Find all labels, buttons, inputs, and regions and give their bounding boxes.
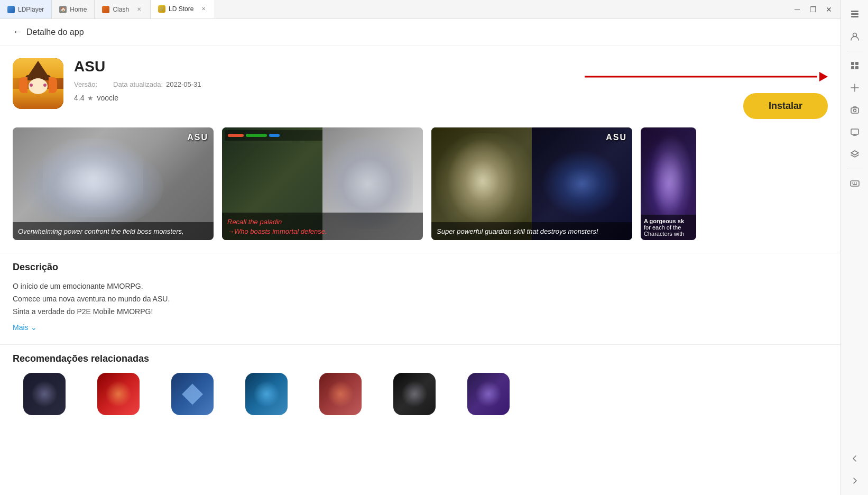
more-button[interactable]: Mais ⌄ [13,323,828,332]
sidebar-button-6[interactable] [845,122,865,142]
sidebar-button-forward[interactable] [845,471,865,491]
recommendations-title: Recomendações relacionadas [13,353,828,364]
asu-logo-ss3: ASU [606,133,627,142]
app-details: ASU Versão: Data atualizada: 2022-05-31 … [74,58,574,102]
svg-rect-8 [851,108,858,113]
app-rating: 4.4 ★ voocle [74,94,574,102]
svg-rect-15 [853,184,857,185]
screenshot-3[interactable]: ASU Super powerful guardian skill that d… [431,127,632,240]
tab-ldplayer[interactable]: LDPlayer [0,0,52,19]
recommendations-scroll [13,373,828,419]
screenshot-2[interactable]: Recall the paladin →Who boasts immortal … [222,127,423,240]
rec-icon-7 [467,373,510,415]
desc-line-1: O início de um emocionante MMORPG. [13,280,828,293]
chevron-down-icon: ⌄ [31,323,37,332]
date-label: Data atualizada: [113,80,163,88]
more-label: Mais [13,323,29,332]
back-arrow-icon: ← [13,26,22,38]
svg-rect-13 [854,182,855,184]
sync-icon [850,10,860,19]
top-navigation: ← Detalhe do app [0,19,841,45]
rec-item-2[interactable] [87,373,150,419]
screenshot-2-caption: Recall the paladin →Who boasts immortal … [222,213,423,240]
tab-ldstore[interactable]: 🛒 LD Store ✕ [151,0,215,19]
title-bar: LDPlayer 🏠 Home Clash ✕ 🛒 LD Store ✕ ─ ❐ [0,0,841,19]
svg-rect-2 [851,16,858,17]
sidebar-button-4[interactable] [845,78,865,98]
keyboard-icon [850,179,860,188]
screenshot-4-caption: A gorgeous sk for each of the Characters… [641,215,696,240]
svg-rect-5 [855,62,858,65]
close-button[interactable]: ✕ [821,2,836,17]
description-body: O início de um emocionante MMORPG. Comec… [13,280,828,318]
svg-point-9 [853,109,856,112]
svg-rect-12 [852,182,853,184]
minimize-button[interactable]: ─ [790,2,805,17]
screenshots-scroll: ASU Overwhelming power confront the fiel… [13,127,828,240]
tab-home-label: Home [70,6,87,13]
rating-value: 4.4 [74,94,84,102]
clash-icon [102,6,109,13]
rec-item-7[interactable] [457,373,520,419]
rec-item-3[interactable] [161,373,224,419]
page-title: Detalhe do app [26,28,84,37]
rec-item-1[interactable] [13,373,76,419]
sidebar-divider-2 [847,169,863,169]
app-meta: Versão: Data atualizada: 2022-05-31 [74,80,574,88]
screenshot-4[interactable]: A gorgeous sk for each of the Characters… [641,127,696,240]
sidebar-button-3[interactable] [845,56,865,76]
rec-item-6[interactable] [383,373,446,419]
sidebar-button-5[interactable] [845,100,865,120]
sidebar-button-2[interactable] [845,26,865,47]
app-name: ASU [74,58,574,75]
arrow-annotation [585,69,828,85]
install-button[interactable]: Instalar [743,93,828,119]
asu-logo-ss1: ASU [187,133,208,142]
ldplayer-icon [7,6,15,13]
svg-rect-4 [851,62,854,65]
svg-rect-14 [856,182,857,184]
version-label: Versão: [74,80,97,88]
tab-clash[interactable]: Clash ✕ [95,0,151,19]
forward-nav-icon [850,476,860,485]
camera-icon [850,105,860,115]
tab-clash-close[interactable]: ✕ [135,6,143,13]
expand-icon [850,83,860,93]
publisher-name: voocle [97,94,118,102]
screenshot-3-caption: Super powerful guardian skill that destr… [431,222,632,240]
rec-icon-6 [393,373,436,415]
home-icon: 🏠 [59,6,67,13]
right-sidebar [841,0,868,495]
rec-item-5[interactable] [309,373,372,419]
sidebar-button-1[interactable] [845,4,865,24]
app-info-section: ASU Versão: Data atualizada: 2022-05-31 … [0,45,841,127]
svg-rect-11 [851,181,859,186]
rec-icon-4 [245,373,288,415]
sidebar-button-7[interactable] [845,144,865,164]
recommendations-section: Recomendações relacionadas [0,344,841,432]
tab-clash-label: Clash [113,6,129,13]
svg-rect-6 [851,66,854,69]
svg-rect-1 [851,13,858,15]
tab-ldstore-close[interactable]: ✕ [200,5,207,13]
arrow-head [819,72,828,81]
window-controls: ─ ❐ ✕ [786,2,841,17]
layers-icon [850,150,860,159]
arrow-line [585,76,817,78]
app-icon [13,58,63,109]
ldstore-icon: 🛒 [158,5,165,13]
sidebar-divider-1 [847,51,863,51]
svg-rect-10 [851,129,858,134]
tab-bar: LDPlayer 🏠 Home Clash ✕ 🛒 LD Store ✕ [0,0,215,19]
rec-item-4[interactable] [235,373,298,419]
sidebar-button-back[interactable] [845,448,865,469]
rating-stars: ★ [87,94,94,102]
tab-home[interactable]: 🏠 Home [52,0,95,19]
screen-icon [850,127,860,137]
screenshot-1[interactable]: ASU Overwhelming power confront the fiel… [13,127,214,240]
desc-line-3: Sinta a verdade do P2E Mobile MMORPG! [13,306,828,318]
restore-button[interactable]: ❐ [806,2,820,17]
sidebar-button-8[interactable] [845,173,865,194]
main-content: ← Detalhe do app [0,19,841,495]
back-button[interactable]: ← Detalhe do app [13,26,84,38]
